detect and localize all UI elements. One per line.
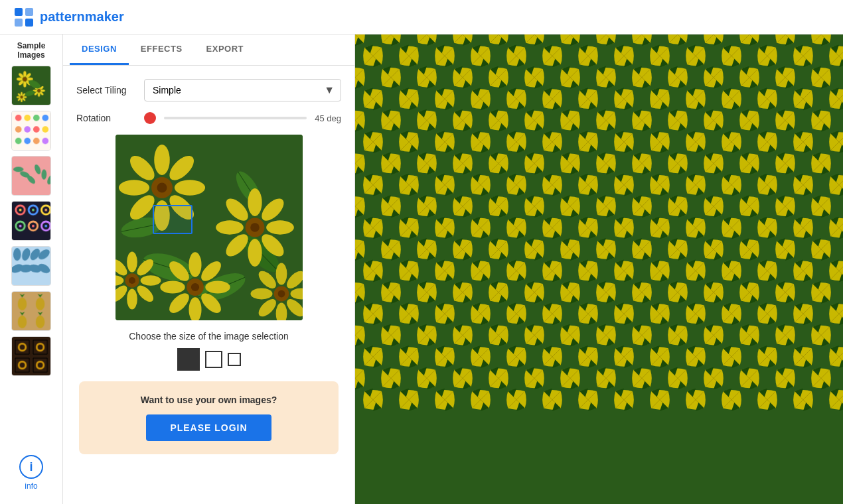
rotation-label: Rotation — [76, 113, 136, 123]
preview-canvas — [115, 135, 303, 320]
main-layout: SampleImages i i — [0, 34, 843, 504]
rotation-track[interactable] — [164, 117, 307, 119]
logo-text: patternmaker — [40, 9, 124, 25]
logo-icon — [13, 7, 35, 28]
header: patternmaker — [0, 0, 843, 34]
size-small[interactable] — [228, 353, 241, 366]
sample-image-4[interactable] — [11, 201, 51, 241]
sidebar: SampleImages i i — [0, 34, 63, 504]
rotation-handle[interactable] — [144, 112, 156, 124]
sample-image-6[interactable] — [11, 291, 51, 331]
sample-image-5[interactable] — [11, 246, 51, 286]
pattern-area — [355, 34, 843, 504]
image-preview — [115, 135, 303, 320]
tab-effects[interactable]: EFFECTS — [129, 34, 194, 65]
login-prompt: Want to use your own images? — [141, 395, 277, 405]
sample-image-7[interactable] — [11, 336, 51, 376]
size-medium[interactable] — [205, 351, 222, 368]
size-label: Choose the size of the image selection — [129, 331, 288, 342]
design-content: Select Tiling Simple Brick Half Drop Dia… — [63, 66, 354, 468]
sample-image-2[interactable] — [11, 111, 51, 151]
tab-design[interactable]: DESIGN — [70, 34, 129, 65]
login-button[interactable]: PLEASE LOGIN — [146, 414, 271, 441]
size-section: Choose the size of the image selection — [76, 331, 341, 371]
tiling-row: Select Tiling Simple Brick Half Drop Dia… — [76, 79, 341, 101]
tiling-label: Select Tiling — [76, 85, 136, 95]
tiling-select[interactable]: Simple Brick Half Drop Diamond Mirror — [144, 79, 341, 101]
control-panel: DESIGN EFFECTS EXPORT Select Tiling Simp… — [63, 34, 355, 504]
preview-container — [76, 135, 341, 320]
info-icon: i — [19, 455, 43, 479]
sidebar-bottom: i info — [19, 455, 43, 497]
login-section: Want to use your own images? PLEASE LOGI… — [79, 381, 339, 454]
pattern-canvas — [355, 34, 843, 504]
info-label: info — [25, 481, 37, 491]
sample-image-1[interactable] — [11, 66, 51, 105]
svg-rect-0 — [15, 8, 23, 16]
svg-rect-3 — [25, 19, 33, 27]
selection-box[interactable] — [153, 205, 192, 234]
size-options — [177, 348, 241, 371]
tab-export[interactable]: EXPORT — [194, 34, 256, 65]
size-large[interactable] — [177, 348, 200, 371]
rotation-value: 45 deg — [315, 113, 341, 123]
logo: patternmaker — [13, 7, 124, 28]
info-button[interactable]: i info — [19, 455, 43, 491]
sidebar-title: SampleImages — [17, 41, 46, 60]
tabs: DESIGN EFFECTS EXPORT — [63, 34, 354, 66]
svg-rect-1 — [25, 8, 33, 16]
rotation-row: Rotation 45 deg — [76, 112, 341, 124]
tiling-select-wrapper: Simple Brick Half Drop Diamond Mirror ▼ — [144, 79, 341, 101]
svg-rect-2 — [15, 19, 23, 27]
sample-image-3[interactable] — [11, 156, 51, 196]
